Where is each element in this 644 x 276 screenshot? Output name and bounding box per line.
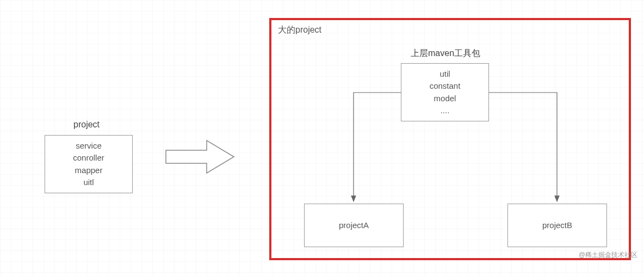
projecta-box: projectA <box>304 204 404 247</box>
project-label: project <box>73 120 100 130</box>
project-box: service conroller mapper uitl <box>45 135 133 193</box>
line: uitl <box>83 176 94 189</box>
line: conroller <box>73 152 104 164</box>
line: service <box>76 140 102 152</box>
line: util <box>439 68 450 81</box>
line: model <box>434 93 456 105</box>
watermark-main: @稀土掘金技术社区 <box>579 250 637 260</box>
projecta-label: projectA <box>339 219 369 232</box>
util-box: util constant model .... <box>401 63 489 121</box>
big-project-label: 大的project <box>278 24 321 36</box>
projectb-label: projectB <box>542 219 572 232</box>
maven-toolkit-label: 上层maven工具包 <box>411 48 480 59</box>
arrow-right-icon <box>163 135 239 179</box>
line: constant <box>430 80 461 93</box>
line: .... <box>441 105 450 117</box>
projectb-box: projectB <box>507 204 607 247</box>
line: mapper <box>75 164 103 177</box>
